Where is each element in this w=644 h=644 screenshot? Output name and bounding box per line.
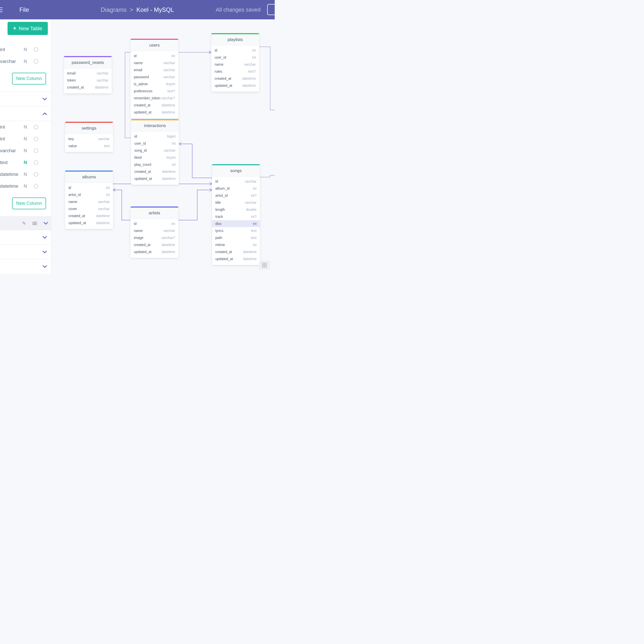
table-title[interactable]: password_resets [64, 57, 112, 68]
table-column[interactable]: path text [212, 234, 260, 241]
table-column[interactable]: key varchar [65, 135, 113, 142]
menu-icon[interactable] [0, 6, 3, 13]
table-column[interactable]: artist_id int? [212, 192, 260, 199]
table-column[interactable]: name varchar [131, 59, 178, 66]
table-column[interactable]: id int [211, 47, 259, 54]
diagram-canvas[interactable]: password_resets email varchar token varc… [51, 19, 275, 275]
table-column[interactable]: title varchar [212, 199, 260, 206]
sidebar-column-row[interactable]: text N [0, 156, 51, 168]
table-column[interactable]: name varchar [65, 198, 113, 205]
radio-icon[interactable] [34, 59, 38, 64]
table-column[interactable]: id int [131, 52, 178, 59]
table-column[interactable]: token varchar [64, 77, 112, 84]
sidebar-collapsed-section-2[interactable] [0, 230, 51, 245]
table-column[interactable]: play_count int [131, 161, 179, 168]
nullable-indicator[interactable]: N [24, 124, 34, 130]
table-column[interactable]: id varchar [212, 178, 260, 185]
table-column[interactable]: is_admin tinyint [131, 81, 178, 88]
sidebar-collapsed-section-3[interactable] [0, 245, 51, 259]
table-column[interactable]: updated_at datetime [212, 255, 260, 262]
table-title[interactable]: settings [65, 123, 113, 134]
table-column[interactable]: remember_token varchar? [131, 95, 178, 102]
table-playlists[interactable]: playlists id int user_id int name varcha… [211, 33, 259, 92]
table-column[interactable]: created_at datetime [65, 212, 113, 219]
table-title[interactable]: playlists [211, 34, 259, 46]
radio-icon[interactable] [34, 160, 38, 165]
table-column[interactable]: id bigint [131, 133, 179, 140]
table-column[interactable]: value text [65, 142, 113, 149]
table-column[interactable]: id int [131, 220, 178, 227]
sidebar-column-row[interactable]: int N [0, 44, 51, 55]
nullable-indicator[interactable]: N [24, 160, 34, 165]
sidebar-column-row[interactable]: varchar N [0, 145, 51, 156]
table-password_resets[interactable]: password_resets email varchar token varc… [64, 56, 112, 93]
table-column[interactable]: created_at datetime [64, 84, 112, 91]
table-artists[interactable]: artists id int name varchar image varcha… [131, 207, 178, 258]
grid-toggle-button[interactable] [259, 261, 270, 270]
nullable-indicator[interactable]: N [24, 172, 34, 177]
table-column[interactable]: updated_at datetime [131, 248, 178, 255]
list-icon[interactable] [32, 222, 37, 225]
file-menu[interactable]: File [19, 6, 29, 13]
table-title[interactable]: albums [65, 172, 113, 183]
sidebar-expanded-section[interactable] [0, 106, 51, 121]
search-button-partial[interactable] [267, 4, 275, 15]
table-column[interactable]: rules text? [211, 68, 259, 75]
table-column[interactable]: updated_at datetime [65, 219, 113, 226]
radio-icon[interactable] [34, 184, 38, 188]
table-column[interactable]: lyrics text [212, 227, 260, 234]
sidebar-column-row[interactable]: datetime N [0, 168, 51, 180]
sidebar-column-row[interactable]: varchar N [0, 55, 51, 67]
table-column[interactable]: created_at datetime [131, 168, 179, 175]
table-title[interactable]: songs [212, 165, 260, 177]
table-settings[interactable]: settings key varchar value text [65, 122, 113, 152]
radio-icon[interactable] [34, 148, 38, 153]
table-title[interactable]: interactions [131, 120, 179, 132]
new-table-button[interactable]: + New Table [8, 22, 48, 35]
radio-icon[interactable] [34, 47, 38, 52]
sidebar-collapsed-section-1[interactable] [0, 92, 51, 106]
table-column[interactable]: mtime int [212, 241, 260, 248]
table-users[interactable]: users id int name varchar email varchar … [131, 39, 178, 118]
table-column[interactable]: email varchar [64, 70, 112, 77]
table-column[interactable]: user_id int [131, 140, 179, 147]
table-column[interactable]: length double [212, 206, 260, 213]
table-column[interactable]: updated_at datetime [211, 82, 259, 89]
table-albums[interactable]: albums id int artist_id int name varchar… [65, 171, 113, 229]
table-column[interactable]: name varchar [211, 61, 259, 68]
table-column[interactable]: user_id int [211, 54, 259, 61]
new-column-button[interactable]: New Column [12, 73, 46, 85]
radio-icon[interactable] [34, 172, 38, 177]
table-column[interactable]: created_at datetime [131, 241, 178, 248]
nullable-indicator[interactable]: N [24, 148, 34, 153]
table-songs[interactable]: songs id varchar album_id int artist_id … [212, 164, 260, 265]
table-column[interactable]: updated_at datetime [131, 109, 178, 116]
chevron-down-icon[interactable] [44, 222, 48, 225]
nullable-indicator[interactable]: N [24, 183, 34, 189]
radio-icon[interactable] [34, 137, 38, 141]
table-column[interactable]: name varchar [131, 227, 178, 234]
sidebar-column-row[interactable]: int N [0, 121, 51, 133]
table-column[interactable]: track int? [212, 213, 260, 220]
table-column[interactable]: liked tinyint [131, 154, 179, 161]
table-column[interactable]: album_id int [212, 185, 260, 192]
new-column-button[interactable]: New Column [12, 197, 46, 209]
table-interactions[interactable]: interactions id bigint user_id int song_… [131, 119, 179, 185]
table-column[interactable]: created_at datetime [212, 248, 260, 255]
table-column[interactable]: id int [65, 184, 113, 191]
table-title[interactable]: artists [131, 208, 178, 219]
table-column[interactable]: password varchar [131, 73, 178, 81]
table-column[interactable]: image varchar? [131, 234, 178, 241]
sidebar-collapsed-section-4[interactable] [0, 259, 51, 274]
sidebar-column-row[interactable]: int N [0, 133, 51, 145]
table-column[interactable]: song_id varchar [131, 147, 179, 154]
table-column[interactable]: email varchar [131, 66, 178, 73]
sidebar-column-row[interactable]: datetime N [0, 180, 51, 192]
nullable-indicator[interactable]: N [24, 136, 34, 142]
table-title[interactable]: users [131, 40, 178, 51]
radio-icon[interactable] [34, 125, 38, 129]
table-column[interactable]: cover varchar [65, 205, 113, 212]
table-column[interactable]: artist_id int [65, 191, 113, 198]
breadcrumb-parent[interactable]: Diagrams [101, 6, 127, 13]
breadcrumb-title[interactable]: Koel - MySQL [136, 6, 174, 13]
